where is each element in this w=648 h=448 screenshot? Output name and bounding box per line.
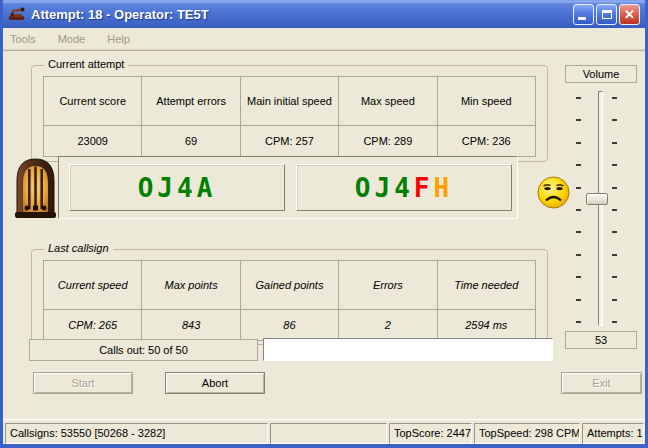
col-current-score: Current score [44,77,142,126]
val-current-speed: CPM: 265 [44,310,142,341]
exit-button[interactable]: Exit [561,372,642,394]
typed-callsign-correct: OJ4 [355,173,414,203]
volume-ticks-left [576,97,581,323]
menu-mode[interactable]: Mode [58,33,86,45]
typed-callsign-error: F [414,173,434,203]
volume-ticks-right [612,97,617,323]
status-spacer [270,423,387,444]
volume-value: 53 [565,331,637,349]
col-min-speed: Min speed [437,77,535,126]
val-attempt-errors: 69 [142,126,240,157]
volume-slider-thumb[interactable] [586,193,608,205]
volume-slider-track[interactable] [598,91,603,326]
client-area: Current attempt Current score Attempt er… [3,50,645,419]
callsign-display-panel: OJ4A OJ4FH [58,156,518,219]
status-callsigns: Callsigns: 53550 [50268 - 3282] [5,423,268,444]
maximize-button[interactable] [596,4,617,25]
val-max-points: 843 [142,310,240,341]
val-errors: 2 [339,310,437,341]
val-min-speed: CPM: 236 [437,126,535,157]
val-main-initial-speed: CPM: 257 [240,126,338,157]
menu-tools[interactable]: Tools [10,33,36,45]
morse-key-icon [8,6,26,22]
val-max-speed: CPM: 289 [339,126,437,157]
last-callsign-group: Last callsign Current speed Max points G… [31,249,548,345]
col-time-needed: Time needed [437,261,535,310]
last-callsign-label: Last callsign [44,242,113,254]
val-time-needed: 2594 ms [437,310,535,341]
col-attempt-errors: Attempt errors [142,77,240,126]
col-main-initial-speed: Main initial speed [240,77,338,126]
sent-callsign-text: OJ4A [138,173,217,203]
col-gained-points: Gained points [240,261,338,310]
current-attempt-label: Current attempt [44,58,128,70]
title-bar: Attempt: 18 - Operator: TE5T ✕ [3,0,645,28]
status-attempts: Attempts: 17 [582,423,644,444]
col-max-points: Max points [142,261,240,310]
status-topscore: TopScore: 24475 [389,423,472,444]
menu-help[interactable]: Help [107,33,130,45]
maximize-icon [602,10,612,19]
sent-callsign-display: OJ4A [69,164,285,211]
calls-progress: Calls out: 50 of 50 [29,339,258,361]
sad-smiley-icon [536,175,571,210]
col-errors: Errors [339,261,437,310]
window-title: Attempt: 18 - Operator: TE5T [31,7,573,22]
status-topspeed: TopSpeed: 298 CPM [474,423,580,444]
col-current-speed: Current speed [44,261,142,310]
abort-button[interactable]: Abort [165,372,265,394]
last-callsign-table: Current speed Max points Gained points E… [43,260,536,341]
current-attempt-group: Current attempt Current score Attempt er… [31,65,548,162]
minimize-button[interactable] [573,4,594,25]
calls-progress-label: Calls out: 50 of 50 [99,344,188,356]
vintage-radio-icon [13,157,58,219]
typed-callsign-display: OJ4FH [296,164,512,211]
minimize-icon [578,17,586,20]
col-max-speed: Max speed [339,77,437,126]
start-button[interactable]: Start [33,372,133,394]
val-current-score: 23009 [44,126,142,157]
val-gained-points: 86 [240,310,338,341]
close-icon: ✕ [624,8,635,21]
callsign-input[interactable] [263,338,553,361]
typed-callsign-extra: H [433,173,453,203]
current-attempt-table: Current score Attempt errors Main initia… [43,76,536,157]
menu-bar: Tools Mode Help [3,28,645,50]
close-button[interactable]: ✕ [619,4,640,25]
volume-label: Volume [565,65,637,83]
status-bar: Callsigns: 53550 [50268 - 3282] TopScore… [3,419,645,445]
app-window: Attempt: 18 - Operator: TE5T ✕ Tools Mod… [0,0,648,448]
